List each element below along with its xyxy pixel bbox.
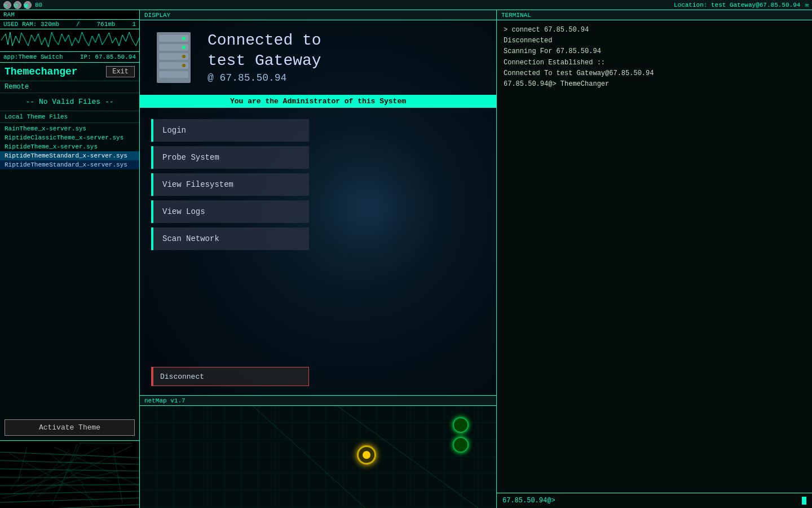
theme-file-item[interactable]: RainTheme_x-server.sys xyxy=(0,124,139,133)
display-header: DISPLAY xyxy=(140,10,496,20)
ram-counter: 1 xyxy=(132,21,136,28)
server-text: Connected to test Gateway @ 67.85.50.94 xyxy=(208,30,321,85)
menu-buttons: LoginProbe SystemView FilesystemView Log… xyxy=(140,108,496,261)
topbar-right: Location: test Gateway@67.85.50.94 ✉ xyxy=(674,1,809,8)
theme-file-item[interactable]: RiptideThemeStandard_x-server.sys xyxy=(0,151,139,160)
main-layout: RAM USED RAM: 320mb / 761mb 1 app:Theme … xyxy=(0,10,812,508)
topbar-left: ✕ ⚙ ▣ 80 xyxy=(3,1,42,9)
ram-header: RAM xyxy=(0,10,139,20)
terminal-header: TERMINAL xyxy=(497,10,812,20)
menu-button-probe-system[interactable]: Probe System xyxy=(151,146,309,169)
ram-info: USED RAM: 320mb / 761mb 1 xyxy=(0,20,139,29)
center-panel: DISPLAY xyxy=(140,10,496,508)
terminal-label: TERMINAL xyxy=(501,12,531,19)
connected-line1: Connected to xyxy=(208,30,321,51)
ram-canvas xyxy=(0,29,139,51)
remote-label: Remote xyxy=(0,81,139,93)
connected-line2: test Gateway xyxy=(208,51,321,71)
ram-used: USED RAM: 320mb xyxy=(3,21,59,28)
terminal-line: Connected To test Gateway@67.85.50.94 xyxy=(504,68,805,79)
terminal-line: > connect 67.85.50.94 xyxy=(504,25,805,36)
terminal-line: Disconnected xyxy=(504,36,805,46)
netmap-label: netMap v1.7 xyxy=(144,397,186,404)
ram-total: 761mb xyxy=(96,21,115,28)
ram-graph xyxy=(0,29,139,52)
theme-file-item[interactable]: RiptideClassicTheme_x-server.sys xyxy=(0,133,139,142)
display-label: DISPLAY xyxy=(144,12,170,19)
disconnect-area: Disconnect xyxy=(140,361,496,395)
menu-button-scan-network[interactable]: Scan Network xyxy=(151,227,309,250)
close-icon[interactable]: ✕ xyxy=(3,1,11,9)
netmap-node-2[interactable] xyxy=(453,437,469,453)
connected-at-ip: @ 67.85.50.94 xyxy=(208,72,321,85)
topbar-icons: ✕ ⚙ ▣ xyxy=(3,1,32,9)
netmap-canvas xyxy=(140,406,496,508)
menu-button-login[interactable]: Login xyxy=(151,119,309,142)
ip-display: IP: 67.85.50.94 xyxy=(80,54,136,60)
gear-icon[interactable]: ⚙ xyxy=(14,1,21,9)
terminal-line: Connection Established :: xyxy=(504,58,805,68)
left-panel: RAM USED RAM: 320mb / 761mb 1 app:Theme … xyxy=(0,10,140,508)
terminal-body: > connect 67.85.50.94DisconnectedScannin… xyxy=(497,20,812,493)
left-bottom-decoration xyxy=(0,440,139,508)
display-area: Connected to test Gateway @ 67.85.50.94 … xyxy=(140,20,496,395)
right-panel: TERMINAL > connect 67.85.50.94Disconnect… xyxy=(496,10,812,508)
theme-file-item[interactable]: RiptideTheme_x-server.sys xyxy=(0,142,139,151)
menu-button-view-filesystem[interactable]: View Filesystem xyxy=(151,173,309,196)
app-info: app:Theme Switch IP: 67.85.50.94 xyxy=(0,52,139,63)
ram-separator: / xyxy=(76,21,80,28)
netmap-node-current[interactable] xyxy=(357,445,376,465)
activate-theme-button[interactable]: Activate Theme xyxy=(5,419,135,436)
theme-files-list: RainTheme_x-server.sysRiptideClassicThem… xyxy=(0,123,139,415)
ram-label: RAM xyxy=(3,11,15,18)
admin-banner: You are the Administrator of this System xyxy=(140,95,496,108)
terminal-prompt: 67.85.50.94@> xyxy=(502,497,555,505)
mail-icon[interactable]: ✉ xyxy=(805,1,809,8)
server-icon xyxy=(151,29,196,86)
svg-point-6 xyxy=(182,37,186,40)
doc-icon[interactable]: ▣ xyxy=(24,1,32,9)
netmap-content xyxy=(140,406,496,508)
themechanger-title: Themechanger xyxy=(5,66,78,77)
terminal-input-area[interactable]: 67.85.50.94@> xyxy=(497,493,812,508)
topbar-counter: 80 xyxy=(35,2,42,8)
local-theme-files-label: Local Theme Files xyxy=(0,111,139,123)
app-name: app:Theme Switch xyxy=(3,54,63,60)
terminal-cursor xyxy=(802,497,806,505)
exit-button[interactable]: Exit xyxy=(106,66,135,77)
netmap-header: netMap v1.7 xyxy=(140,396,496,406)
themechanger-header: Themechanger Exit xyxy=(0,63,139,81)
terminal-input[interactable] xyxy=(558,497,802,505)
svg-point-7 xyxy=(182,46,186,49)
svg-rect-5 xyxy=(159,71,188,78)
terminal-line: 67.85.50.94@> ThemeChanger xyxy=(504,79,805,90)
terminal-line: Scanning For 67.85.50.94 xyxy=(504,46,805,57)
topbar: ✕ ⚙ ▣ 80 Location: test Gateway@67.85.50… xyxy=(0,0,812,10)
netmap-panel: netMap v1.7 xyxy=(140,395,496,508)
no-valid-files-label: -- No Valid Files -- xyxy=(0,93,139,111)
netmap-node-1[interactable] xyxy=(453,417,469,433)
svg-point-8 xyxy=(182,55,186,58)
location-label: Location: test Gateway@67.85.50.94 xyxy=(674,2,800,8)
left-bottom-canvas xyxy=(0,441,139,508)
disconnect-button[interactable]: Disconnect xyxy=(151,367,309,386)
svg-point-9 xyxy=(182,64,186,67)
server-info: Connected to test Gateway @ 67.85.50.94 xyxy=(140,20,496,95)
display-content: Connected to test Gateway @ 67.85.50.94 … xyxy=(140,20,496,395)
menu-button-view-logs[interactable]: View Logs xyxy=(151,200,309,223)
theme-file-item[interactable]: RiptideThemeStandard_x-server.sys xyxy=(0,160,139,169)
